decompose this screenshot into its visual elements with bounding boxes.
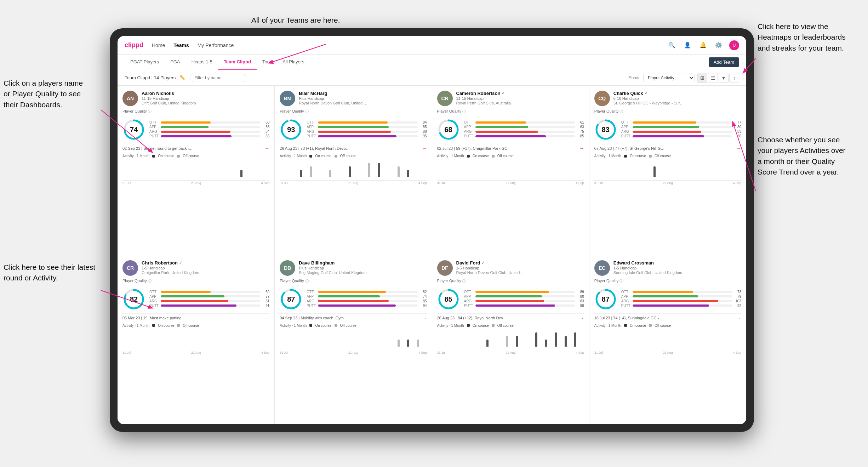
quality-section[interactable]: 74 OTT 60 APP 58 ARG 84	[122, 118, 269, 141]
nav-item-myperformance[interactable]: My Performance	[198, 42, 234, 48]
player-card[interactable]: CQ Charlie Quick ✓ 6-10 Handicap St. Geo…	[589, 86, 746, 255]
player-name[interactable]: Aaron Nicholls	[142, 91, 269, 96]
quality-section[interactable]: 87 OTT 82 APP 74 ARG 85	[280, 288, 427, 311]
activity-arrow-icon: →	[264, 146, 269, 151]
avatar[interactable]: U	[729, 40, 739, 50]
quality-section[interactable]: 82 OTT 60 APP 77 ARG 81	[122, 288, 269, 311]
latest-activity[interactable]: 04 Sep 23 | Mobility with coach, Gym →	[280, 313, 427, 321]
show-select[interactable]: Player Activity Quality Score Trend	[643, 74, 695, 82]
player-name[interactable]: Cameron Robertson ✓	[456, 91, 584, 96]
arg-label: ARG	[621, 130, 631, 133]
putt-value: 85	[262, 134, 269, 138]
chart-dates: 31 Jul 21 Aug 4 Sep	[122, 181, 269, 185]
latest-activity[interactable]: 05 Mar 23 | 19, Must make putting →	[122, 313, 269, 321]
quality-bars: OTT 60 APP 58 ARG 84 PUTT 85	[149, 120, 269, 139]
tab-hcaps[interactable]: Hcaps 1-5	[186, 55, 218, 70]
player-card[interactable]: DF David Ford ✓ 1-5 Handicap Royal North…	[432, 255, 589, 425]
putt-label: PUTT	[149, 134, 159, 138]
tab-tour[interactable]: Tour	[257, 55, 277, 70]
player-name[interactable]: Dave Billingham	[299, 260, 427, 266]
bell-icon[interactable]: 🔔	[698, 40, 708, 50]
date-mid: 21 Aug	[191, 351, 201, 354]
player-club: Ssg Maging Golf Club, United Kingdom	[299, 270, 370, 275]
player-name[interactable]: Blair McHarg	[299, 91, 427, 96]
app-label: APP	[621, 125, 631, 129]
latest-activity[interactable]: 26 Aug 23 | 84 (+12), Royal North Devon …	[437, 313, 584, 321]
activity-header: Activity · 1 Month On course Off course	[437, 154, 584, 158]
on-course-label: On course	[315, 154, 331, 158]
player-card[interactable]: BM Blair McHarg Plus Handicap Royal Nort…	[275, 86, 432, 255]
player-card[interactable]: EC Edward Crossman 1-5 Handicap Sunningd…	[589, 255, 746, 425]
activity-title: Activity · 1 Month	[437, 324, 464, 328]
annotation-right-bottom: Choose whether you seeyour players Activ…	[758, 135, 846, 178]
search-input[interactable]	[190, 74, 246, 82]
quality-section[interactable]: 85 OTT 89 APP 80 ARG 83	[437, 288, 584, 311]
activity-header: Activity · 1 Month On course Off course	[594, 324, 741, 328]
activity-title: Activity · 1 Month	[594, 324, 621, 328]
add-team-button[interactable]: Add Team	[709, 57, 739, 67]
player-header: EC Edward Crossman 1-5 Handicap Sunningd…	[594, 260, 741, 276]
nav-icons: 🔍 👤 🔔 ⚙️ U	[667, 40, 739, 50]
latest-activity[interactable]: 07 Aug 23 | 77 (+7), St George's Hill GC…	[594, 144, 741, 151]
nav-item-teams[interactable]: Teams	[173, 42, 189, 48]
on-course-legend	[624, 155, 627, 158]
player-avatar: CQ	[594, 91, 610, 106]
search-icon[interactable]: 🔍	[667, 40, 677, 50]
quality-score: 68	[444, 126, 452, 134]
ott-value: 89	[576, 290, 584, 294]
tab-pgat-players[interactable]: PGAT Players	[125, 55, 165, 70]
grid-view-button[interactable]: ⊞	[697, 73, 707, 83]
quality-score: 85	[444, 295, 452, 303]
filter-button[interactable]: ▼	[719, 73, 729, 83]
player-name[interactable]: Charlie Quick ✓	[613, 91, 741, 96]
tab-team-clippd[interactable]: Team Clippd	[218, 55, 257, 70]
app-value: 77	[262, 295, 269, 298]
player-card[interactable]: DB Dave Billingham Plus Handicap Ssg Mag…	[275, 255, 432, 425]
quality-section[interactable]: 87 OTT 73 APP 79 ARG 103	[594, 288, 741, 311]
date-end: 4 Sep	[261, 181, 270, 185]
player-avatar: CR	[437, 91, 453, 106]
latest-activity[interactable]: 18 Jul 23 | 74 (+4), Sunningdale GC - Ol…	[594, 313, 741, 321]
sort-button[interactable]: ↕	[729, 73, 739, 83]
arg-value: 83	[576, 299, 584, 303]
player-info: David Ford ✓ 1-5 Handicap Royal North De…	[456, 260, 584, 275]
verified-icon: ✓	[179, 261, 182, 265]
player-card[interactable]: CR Cameron Robertson ✓ 11-15 Handicap Ro…	[432, 86, 589, 255]
quality-circle: 85	[437, 288, 460, 311]
latest-activity[interactable]: 26 Aug 23 | 73 (+1), Royal North Devon G…	[280, 144, 427, 151]
quality-section[interactable]: 68 OTT 61 APP 63 ARG 75	[437, 118, 584, 141]
app-label: APP	[307, 295, 316, 298]
player-card[interactable]: CR Chris Robertson ✓ 1-5 Handicap Craigm…	[118, 255, 274, 425]
nav-item-home[interactable]: Home	[152, 42, 165, 48]
quality-bars: OTT 77 APP 80 ARG 83 PUTT 86	[621, 120, 741, 139]
profile-icon[interactable]: 👤	[683, 40, 692, 50]
putt-value: 94	[419, 304, 427, 308]
chart-area	[594, 329, 741, 350]
latest-activity[interactable]: 02 Sep 23 | Sunset round to get back int…	[122, 144, 269, 151]
player-name[interactable]: Edward Crossman	[613, 260, 741, 266]
activity-arrow-icon: →	[736, 146, 741, 151]
player-name[interactable]: David Ford ✓	[456, 260, 584, 266]
quality-score: 87	[602, 295, 610, 303]
player-name[interactable]: Chris Robertson ✓	[142, 260, 269, 266]
latest-activity-text: 18 Jul 23 | 74 (+4), Sunningdale GC - Ol…	[594, 316, 665, 320]
quality-label: Player Quality ⓘ	[437, 109, 584, 114]
edit-team-icon[interactable]: ✏️	[180, 75, 185, 80]
latest-activity[interactable]: 02 Jul 23 | 59 (+17), Craigmillar Park G…	[437, 144, 584, 151]
ott-value: 61	[576, 120, 584, 124]
settings-icon[interactable]: ⚙️	[714, 40, 724, 50]
tab-pga[interactable]: PGA	[165, 55, 185, 70]
player-avatar: BM	[280, 91, 295, 106]
quality-section[interactable]: 83 OTT 77 APP 80 ARG 83	[594, 118, 741, 141]
verified-icon: ✓	[481, 261, 485, 265]
quality-section[interactable]: 93 OTT 84 APP 85 ARG 88	[280, 118, 427, 141]
chart-dates: 31 Jul 21 Aug 4 Sep	[122, 351, 269, 354]
date-end: 4 Sep	[576, 351, 584, 354]
on-course-legend	[152, 155, 155, 158]
player-card[interactable]: AN Aaron Nicholls 11-15 Handicap Drift G…	[118, 86, 274, 255]
off-course-label: Off course	[340, 154, 356, 158]
tab-all-players[interactable]: All Players	[277, 55, 310, 70]
date-start: 31 Jul	[280, 181, 288, 185]
quality-score: 83	[602, 126, 610, 134]
list-view-button[interactable]: ☰	[708, 73, 718, 83]
